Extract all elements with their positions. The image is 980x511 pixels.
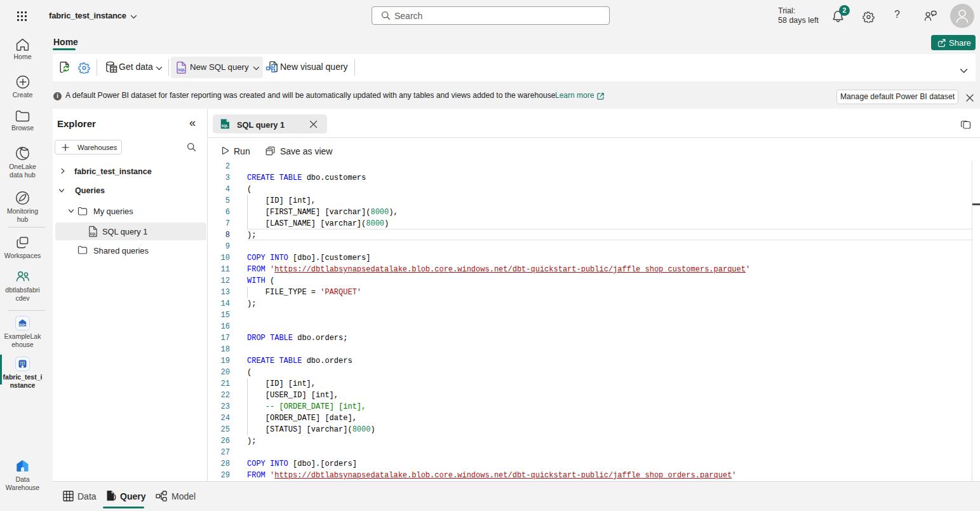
svg-text:SQL: SQL	[178, 68, 185, 72]
svg-text:SQL: SQL	[90, 233, 96, 236]
svg-text:SQL: SQL	[222, 124, 228, 128]
